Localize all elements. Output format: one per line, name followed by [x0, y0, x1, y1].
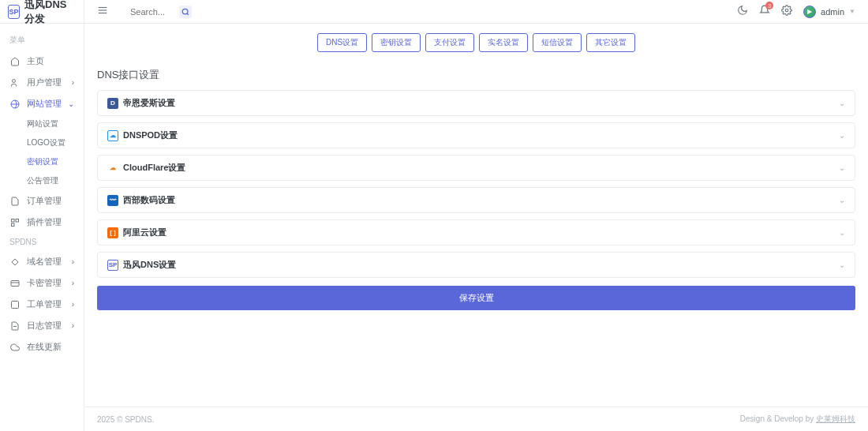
sidebar-item-users[interactable]: 用户管理 ›: [0, 72, 84, 93]
accordion-header-spdns[interactable]: SP 迅风DNS设置 ⌄: [98, 253, 855, 277]
main-area: 3 ▶ admin ▼ DNS设置 密钥设置 支付设置 实名设置 短信设置: [84, 0, 868, 431]
notifications-button[interactable]: 3: [759, 5, 770, 18]
footer-company-link[interactable]: 史莱姆科技: [816, 414, 855, 423]
sidebar-item-label: 插件管理: [27, 216, 62, 228]
sidebar-item-site-logo[interactable]: LOGO设置: [16, 133, 84, 152]
dnspod-icon: ☁: [107, 130, 118, 141]
tab-sms[interactable]: 短信设置: [533, 33, 582, 52]
user-menu[interactable]: ▶ admin ▼: [803, 6, 855, 18]
chevron-down-icon: ⌄: [839, 228, 845, 237]
svg-line-13: [187, 13, 189, 14]
footer: 2025 © SPDNS. Design & Develop by 史莱姆科技: [84, 407, 868, 431]
sidebar-item-orders[interactable]: 订单管理: [0, 190, 84, 212]
provider-label: 帝恩爱斯设置: [123, 97, 175, 109]
menu-section-main: 菜单: [0, 30, 84, 51]
chevron-right-icon: ›: [72, 279, 74, 287]
svg-point-12: [182, 9, 188, 14]
sidebar-item-label: LOGO设置: [27, 137, 65, 148]
sidebar-item-label: 主页: [27, 55, 44, 67]
brand-logo-icon: SP: [8, 5, 20, 19]
sidebar-item-card[interactable]: 卡密管理 ›: [0, 272, 84, 294]
accordion-header-dnscom[interactable]: D 帝恩爱斯设置 ⌄: [98, 91, 855, 115]
chevron-down-icon: ⌄: [839, 196, 845, 204]
accordion-header-cloudflare[interactable]: ☁ CloudFlare设置 ⌄: [98, 156, 855, 180]
sidebar-item-site-key[interactable]: 密钥设置: [16, 152, 84, 171]
accordion-dnscom: D 帝恩爱斯设置 ⌄: [97, 90, 855, 116]
provider-label: 西部数码设置: [123, 194, 175, 206]
chevron-right-icon: ›: [72, 78, 74, 87]
accordion-header-west[interactable]: 〰 西部数码设置 ⌄: [98, 188, 855, 212]
chevron-down-icon: ⌄: [839, 99, 845, 107]
sidebar-item-domain[interactable]: 域名管理 ›: [0, 251, 84, 272]
search-input[interactable]: [124, 4, 179, 20]
avatar-icon: ▶: [803, 6, 816, 18]
sidebar-item-label: 公告管理: [27, 175, 58, 186]
cloudflare-icon: ☁: [107, 163, 118, 174]
sidebar-item-label: 日志管理: [27, 320, 62, 332]
chevron-right-icon: ›: [72, 300, 74, 309]
accordion-cloudflare: ☁ CloudFlare设置 ⌄: [97, 155, 855, 181]
card-icon: [9, 278, 21, 289]
chevron-down-icon: ⌄: [68, 99, 74, 108]
brand[interactable]: SP 迅风DNS分发: [0, 0, 84, 24]
accordion-header-aliyun[interactable]: [ ] 阿里云设置 ⌄: [98, 220, 855, 245]
sidebar-item-site-web[interactable]: 网站设置: [16, 114, 84, 133]
tab-dns[interactable]: DNS设置: [317, 33, 367, 52]
gear-icon: [781, 5, 792, 16]
sidebar-item-label: 网站管理: [27, 98, 62, 110]
sidebar-item-site-notice[interactable]: 公告管理: [16, 171, 84, 190]
sidebar-item-label: 卡密管理: [27, 277, 62, 289]
accordion-spdns: SP 迅风DNS设置 ⌄: [97, 252, 855, 278]
cloud-icon: [9, 342, 21, 353]
chevron-right-icon: ›: [72, 321, 74, 330]
content: DNS设置 密钥设置 支付设置 实名设置 短信设置 其它设置 DNS接口设置 D…: [84, 24, 868, 407]
provider-label: 迅风DNS设置: [123, 259, 176, 271]
sidebar-item-label: 域名管理: [27, 256, 62, 268]
sidebar-submenu-site: 网站设置 LOGO设置 密钥设置 公告管理: [0, 114, 84, 190]
sidebar-item-label: 用户管理: [27, 77, 62, 88]
menu-section-spdns: SPDNS: [0, 233, 84, 251]
sidebar-item-home[interactable]: 主页: [0, 51, 84, 72]
tab-pay[interactable]: 支付设置: [425, 33, 474, 52]
settings-tabs: DNS设置 密钥设置 支付设置 实名设置 短信设置 其它设置: [97, 33, 855, 52]
accordion-aliyun: [ ] 阿里云设置 ⌄: [97, 219, 855, 245]
sidebar-item-plugins[interactable]: 插件管理: [0, 212, 84, 233]
tab-real[interactable]: 实名设置: [479, 33, 528, 52]
svg-rect-7: [12, 301, 19, 308]
accordion-header-dnspod[interactable]: ☁ DNSPOD设置 ⌄: [98, 123, 855, 148]
theme-toggle[interactable]: [737, 5, 748, 18]
search-icon: [181, 8, 189, 16]
home-icon: [9, 56, 21, 67]
chevron-right-icon: ›: [72, 257, 74, 266]
sidebar-item-site[interactable]: 网站管理 ⌄: [0, 93, 84, 114]
svg-rect-4: [12, 223, 15, 227]
user-name-label: admin: [821, 7, 844, 17]
footer-copyright: 2025 © SPDNS.: [97, 415, 154, 424]
chevron-down-icon: ⌄: [839, 163, 845, 172]
dnscom-icon: D: [107, 98, 118, 109]
file-icon: [9, 196, 21, 207]
page-title: DNS接口设置: [97, 68, 855, 82]
spdns-icon: SP: [107, 260, 118, 271]
accordion-dnspod: ☁ DNSPOD设置 ⌄: [97, 122, 855, 148]
hamburger-icon[interactable]: [97, 5, 108, 18]
save-button[interactable]: 保存设置: [97, 286, 855, 310]
tab-other[interactable]: 其它设置: [586, 33, 635, 52]
sidebar-item-ticket[interactable]: 工单管理 ›: [0, 294, 84, 315]
provider-label: 阿里云设置: [123, 227, 166, 238]
chevron-down-icon: ⌄: [839, 260, 845, 269]
ticket-icon: [9, 299, 21, 310]
svg-rect-2: [12, 219, 15, 222]
notification-badge: 3: [765, 2, 773, 9]
provider-label: DNSPOD设置: [123, 129, 178, 141]
sidebar-item-label: 在线更新: [27, 341, 62, 353]
sidebar-menu: 菜单 主页 用户管理 › 网站管理 ⌄ 网站设置 LOGO设置 密钥设置: [0, 24, 84, 431]
aliyun-icon: [ ]: [107, 227, 118, 238]
west-icon: 〰: [107, 195, 118, 206]
settings-button[interactable]: [781, 5, 792, 18]
search-button[interactable]: [179, 6, 192, 18]
sidebar-item-log[interactable]: 日志管理 ›: [0, 315, 84, 336]
sidebar-item-update[interactable]: 在线更新: [0, 336, 84, 358]
tab-key[interactable]: 密钥设置: [372, 33, 421, 52]
sidebar: SP 迅风DNS分发 菜单 主页 用户管理 › 网站管理 ⌄ 网站: [0, 0, 84, 431]
